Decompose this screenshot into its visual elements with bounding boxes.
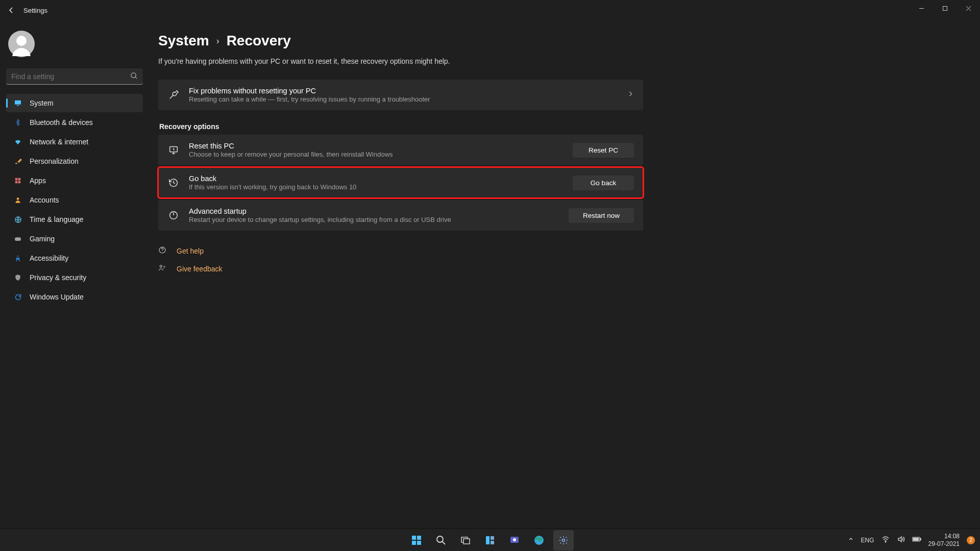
svg-rect-34 bbox=[913, 538, 918, 541]
svg-rect-7 bbox=[18, 178, 21, 181]
svg-point-32 bbox=[885, 541, 886, 542]
option-title: Go back bbox=[189, 174, 564, 183]
battery-icon[interactable] bbox=[912, 536, 921, 544]
edge[interactable] bbox=[529, 530, 549, 550]
accessibility-icon bbox=[13, 254, 22, 263]
start-button[interactable] bbox=[406, 530, 427, 550]
chevron-right-icon bbox=[627, 90, 634, 99]
task-view[interactable] bbox=[455, 530, 476, 550]
nav-label: Privacy & security bbox=[30, 273, 86, 282]
svg-rect-24 bbox=[463, 539, 470, 544]
svg-rect-5 bbox=[17, 105, 19, 106]
svg-point-29 bbox=[513, 538, 516, 541]
sidebar-item-gaming[interactable]: Gaming bbox=[6, 230, 143, 248]
nav-label: Personalization bbox=[30, 157, 79, 165]
restart-now-button[interactable]: Restart now bbox=[569, 208, 634, 223]
go-back-button[interactable]: Go back bbox=[573, 176, 634, 190]
get-help-link[interactable]: Get help bbox=[158, 246, 960, 256]
wrench-icon bbox=[167, 89, 180, 101]
shield-icon bbox=[13, 273, 22, 282]
nav-label: Bluetooth & devices bbox=[30, 118, 93, 127]
clock-time: 14:08 bbox=[928, 533, 960, 540]
search-input[interactable] bbox=[6, 68, 143, 85]
wifi-icon[interactable] bbox=[881, 535, 890, 545]
option-advanced-startup: Advanced startupRestart your device to c… bbox=[158, 200, 643, 231]
window-title: Settings bbox=[23, 7, 47, 14]
sidebar-item-network-internet[interactable]: Network & internet bbox=[6, 133, 143, 151]
sidebar-item-accessibility[interactable]: Accessibility bbox=[6, 249, 143, 267]
taskbar-apps bbox=[406, 530, 574, 550]
search-box[interactable] bbox=[6, 68, 143, 85]
search-icon bbox=[130, 72, 138, 82]
person-icon bbox=[13, 195, 22, 205]
svg-rect-21 bbox=[417, 541, 421, 545]
taskbar: ENG 14:08 29-07-2021 2 bbox=[0, 529, 980, 551]
tray-chevron-icon[interactable] bbox=[848, 536, 854, 544]
help-links: Get help Give feedback bbox=[158, 246, 960, 273]
fix-card-title: Fix problems without resetting your PC bbox=[189, 87, 618, 95]
chat[interactable] bbox=[504, 530, 525, 550]
svg-point-10 bbox=[17, 197, 19, 200]
sidebar-item-bluetooth-devices[interactable]: Bluetooth & devices bbox=[6, 113, 143, 132]
svg-point-13 bbox=[17, 256, 18, 257]
advanced-startup-icon bbox=[167, 209, 180, 221]
globe-clock-icon bbox=[13, 215, 22, 224]
option-title: Advanced startup bbox=[189, 207, 559, 215]
sidebar-item-time-language[interactable]: Time & language bbox=[6, 210, 143, 229]
option-title: Reset this PC bbox=[189, 142, 564, 150]
svg-rect-0 bbox=[943, 6, 947, 10]
settings-app[interactable] bbox=[553, 530, 574, 550]
taskbar-search[interactable] bbox=[431, 530, 451, 550]
svg-point-31 bbox=[562, 539, 565, 541]
svg-rect-35 bbox=[920, 538, 921, 540]
sidebar-item-apps[interactable]: Apps bbox=[6, 171, 143, 190]
chevron-right-icon: › bbox=[216, 36, 219, 46]
taskbar-tray: ENG 14:08 29-07-2021 2 bbox=[848, 533, 975, 547]
svg-rect-27 bbox=[491, 541, 494, 544]
avatar[interactable] bbox=[8, 31, 35, 57]
svg-point-2 bbox=[16, 36, 27, 46]
give-feedback-link[interactable]: Give feedback bbox=[158, 264, 960, 273]
sidebar-item-accounts[interactable]: Accounts bbox=[6, 191, 143, 209]
fix-problems-card[interactable]: Fix problems without resetting your PC R… bbox=[158, 80, 643, 110]
gamepad-icon bbox=[13, 234, 22, 243]
clock-date: 29-07-2021 bbox=[928, 540, 960, 547]
close-button[interactable] bbox=[957, 0, 980, 16]
fix-card-desc: Resetting can take a while — first, try … bbox=[189, 95, 618, 103]
window-controls bbox=[910, 0, 980, 16]
help-icon bbox=[158, 246, 167, 256]
clock[interactable]: 14:08 29-07-2021 bbox=[928, 533, 960, 547]
page-subtitle: If you're having problems with your PC o… bbox=[158, 57, 960, 65]
notification-badge[interactable]: 2 bbox=[967, 536, 975, 544]
reset-pc-button[interactable]: Reset PC bbox=[573, 143, 634, 158]
svg-rect-8 bbox=[15, 181, 18, 184]
back-button[interactable] bbox=[4, 3, 18, 17]
sidebar-item-privacy-security[interactable]: Privacy & security bbox=[6, 268, 143, 287]
option-desc: Restart your device to change startup se… bbox=[189, 216, 559, 223]
option-desc: If this version isn't working, try going… bbox=[189, 183, 564, 191]
minimize-button[interactable] bbox=[910, 0, 933, 16]
content: System › Recovery If you're having probl… bbox=[149, 20, 980, 548]
language-indicator[interactable]: ENG bbox=[861, 537, 874, 544]
maximize-button[interactable] bbox=[933, 0, 957, 16]
nav-label: Windows Update bbox=[30, 293, 84, 301]
svg-rect-26 bbox=[491, 536, 494, 540]
sidebar-item-personalization[interactable]: Personalization bbox=[6, 152, 143, 170]
volume-icon[interactable] bbox=[897, 535, 905, 545]
widgets[interactable] bbox=[480, 530, 500, 550]
breadcrumb-page: Recovery bbox=[227, 33, 291, 49]
svg-rect-12 bbox=[15, 237, 21, 241]
svg-point-22 bbox=[437, 536, 443, 542]
option-reset-this-pc: Reset this PCChoose to keep or remove yo… bbox=[158, 135, 643, 165]
apps-icon bbox=[13, 176, 22, 185]
sidebar-item-windows-update[interactable]: Windows Update bbox=[6, 288, 143, 306]
svg-rect-19 bbox=[417, 536, 421, 540]
svg-point-3 bbox=[131, 73, 136, 78]
nav-label: Accessibility bbox=[30, 254, 68, 262]
nav-label: Gaming bbox=[30, 235, 55, 243]
svg-rect-6 bbox=[15, 178, 18, 181]
svg-rect-9 bbox=[18, 181, 21, 184]
breadcrumb-root[interactable]: System bbox=[158, 33, 209, 49]
get-help-label: Get help bbox=[177, 247, 204, 255]
sidebar-item-system[interactable]: System bbox=[6, 94, 143, 112]
